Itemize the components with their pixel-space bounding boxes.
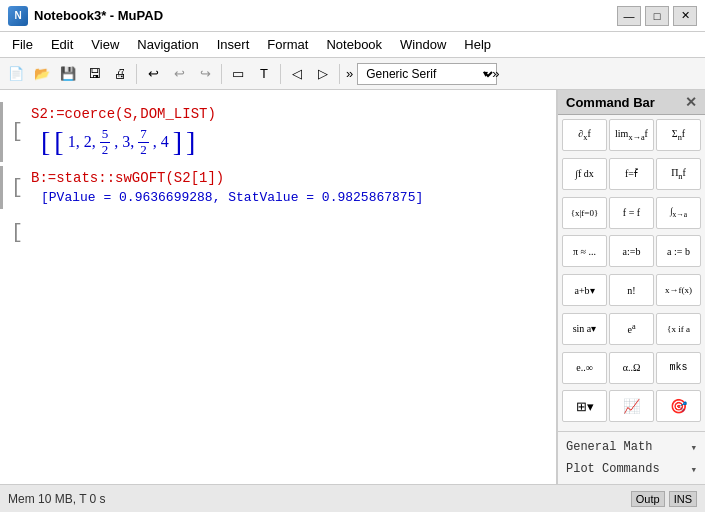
cmd-assign2[interactable]: a := b — [656, 235, 701, 267]
cmd-pwise[interactable]: {x if a — [656, 313, 701, 345]
val-4: 4 — [161, 133, 169, 151]
title-controls: — □ ✕ — [617, 6, 697, 26]
minimize-button[interactable]: — — [617, 6, 641, 26]
toolbar-fwd[interactable]: ▷ — [311, 62, 335, 86]
menu-item-insert[interactable]: Insert — [209, 35, 258, 54]
toolbar-cell[interactable]: ▭ — [226, 62, 250, 86]
cell-2: [ B:=stats::swGOFT(S2[1]) [PValue = 0.96… — [0, 166, 556, 209]
font-select[interactable]: Generic Serif — [357, 63, 497, 85]
main-area: [ S2:=coerce(S,DOM_LIST) [ [ 1, 2, 5 2 ,… — [0, 90, 705, 484]
cmd-matrix[interactable]: ⊞▾ — [562, 390, 607, 422]
menu-item-view[interactable]: View — [83, 35, 127, 54]
toolbar-undo[interactable]: ↩ — [141, 62, 165, 86]
title-left: N Notebook3* - MuPAD — [8, 6, 163, 26]
menu-item-navigation[interactable]: Navigation — [129, 35, 206, 54]
cmd-units[interactable]: mks — [656, 352, 701, 384]
menu-item-window[interactable]: Window — [392, 35, 454, 54]
inner-bracket-right: ] — [173, 126, 182, 158]
section-plot-commands[interactable]: Plot Commands ▾ — [558, 458, 705, 480]
maximize-button[interactable]: □ — [645, 6, 669, 26]
toolbar-open[interactable]: 📂 — [30, 62, 54, 86]
frac-num-2: 7 — [138, 127, 149, 142]
cell-3[interactable]: [ — [0, 213, 556, 253]
toolbar-save[interactable]: 💾 — [56, 62, 80, 86]
menu-item-notebook[interactable]: Notebook — [318, 35, 390, 54]
section-plot-commands-arrow: ▾ — [690, 463, 697, 476]
cmd-other[interactable]: 🎯 — [656, 390, 701, 422]
cmd-integral[interactable]: ∫f dx — [562, 158, 607, 190]
comma-2: , — [153, 133, 157, 151]
close-button[interactable]: ✕ — [673, 6, 697, 26]
section-plot-commands-label: Plot Commands — [566, 462, 660, 476]
cell-bracket-3: [ — [11, 217, 23, 249]
cmd-limit[interactable]: limx→af — [609, 119, 654, 151]
toolbar-redo[interactable]: ↪ — [193, 62, 217, 86]
cell-input-1: S2:=coerce(S,DOM_LIST) — [31, 106, 548, 122]
status-output: Outp — [631, 491, 665, 507]
toolbar-new[interactable]: 📄 — [4, 62, 28, 86]
inner-bracket-left: [ — [54, 126, 63, 158]
app-icon: N — [8, 6, 28, 26]
frac-den-1: 2 — [100, 143, 111, 157]
cmd-intlim[interactable]: ∫x→a — [656, 197, 701, 229]
menu-bar: FileEditViewNavigationInsertFormatNotebo… — [0, 32, 705, 58]
menu-item-edit[interactable]: Edit — [43, 35, 81, 54]
cmd-trig[interactable]: sin a▾ — [562, 313, 607, 345]
section-general-math[interactable]: General Math ▾ — [558, 436, 705, 458]
cell-1: [ S2:=coerce(S,DOM_LIST) [ [ 1, 2, 5 2 ,… — [0, 102, 556, 162]
menu-item-help[interactable]: Help — [456, 35, 499, 54]
cell-content-1: S2:=coerce(S,DOM_LIST) [ [ 1, 2, 5 2 , 3… — [31, 106, 548, 158]
cell-output-1: [ [ 1, 2, 5 2 , 3, 7 2 , 4 ] — [41, 126, 548, 158]
toolbar-sep1 — [136, 64, 137, 84]
menu-item-file[interactable]: File — [4, 35, 41, 54]
menu-item-format[interactable]: Format — [259, 35, 316, 54]
status-mode: INS — [669, 491, 697, 507]
status-left: Mem 10 MB, T 0 s — [8, 492, 106, 506]
cmd-series[interactable]: e..∞ — [562, 352, 607, 384]
toolbar-sep4 — [339, 64, 340, 84]
cmd-plot-icon[interactable]: 📈 — [609, 390, 654, 422]
editor[interactable]: [ S2:=coerce(S,DOM_LIST) [ [ 1, 2, 5 2 ,… — [0, 90, 557, 484]
cmd-range[interactable]: α..Ω — [609, 352, 654, 384]
cmd-set[interactable]: {x|f=0} — [562, 197, 607, 229]
outer-bracket-left: [ — [41, 126, 50, 158]
val-1: 1, — [68, 133, 80, 151]
cmd-arith[interactable]: a+b▾ — [562, 274, 607, 306]
cmd-assign1[interactable]: a:=b — [609, 235, 654, 267]
command-bar-close-button[interactable]: ✕ — [685, 94, 697, 110]
command-sections: General Math ▾ Plot Commands ▾ — [558, 431, 705, 484]
cmd-deriv[interactable]: ∂xf — [562, 119, 607, 151]
title-bar: N Notebook3* - MuPAD — □ ✕ — [0, 0, 705, 32]
toolbar-sep2 — [221, 64, 222, 84]
toolbar-text[interactable]: T — [252, 62, 276, 86]
command-grid: ∂xf limx→af Σnf ∫f dx f=f̂ Πnf {x|f=0} — [558, 115, 705, 431]
cell-content-2: B:=stats::swGOFT(S2[1]) [PValue = 0.9636… — [31, 170, 548, 205]
cell-input-2: B:=stats::swGOFT(S2[1]) — [31, 170, 548, 186]
cmd-lambda[interactable]: x→f(x) — [656, 274, 701, 306]
comma-1: , — [114, 133, 118, 151]
toolbar-more-icon: » — [344, 66, 355, 81]
toolbar-undo2[interactable]: ↩ — [167, 62, 191, 86]
command-bar-header: Command Bar ✕ — [558, 90, 705, 115]
frac-2: 7 2 — [138, 127, 149, 157]
frac-num-1: 5 — [100, 127, 111, 142]
outer-bracket-right: ] — [186, 126, 195, 158]
toolbar-back[interactable]: ◁ — [285, 62, 309, 86]
val-3: 3, — [122, 133, 134, 151]
cmd-sum[interactable]: Σnf — [656, 119, 701, 151]
cmd-prod[interactable]: Πnf — [656, 158, 701, 190]
toolbar: 📄 📂 💾 🖫 🖨 ↩ ↩ ↪ ▭ T ◁ ▷ » Generic Serif … — [0, 58, 705, 90]
cmd-eq[interactable]: f = f — [609, 197, 654, 229]
command-bar: Command Bar ✕ ∂xf limx→af Σnf ∫f dx f=f̂… — [557, 90, 705, 484]
cmd-factorial[interactable]: n! — [609, 274, 654, 306]
cell-output-2: [PValue = 0.9636699288, StatValue = 0.98… — [41, 190, 548, 205]
command-bar-title: Command Bar — [566, 95, 655, 110]
toolbar-print[interactable]: 🖨 — [108, 62, 132, 86]
cmd-exp[interactable]: ea — [609, 313, 654, 345]
status-right: Outp INS — [631, 491, 697, 507]
cmd-pi[interactable]: π ≈ ... — [562, 235, 607, 267]
cmd-approx[interactable]: f=f̂ — [609, 158, 654, 190]
toolbar-save2[interactable]: 🖫 — [82, 62, 106, 86]
cell-bracket-1: [ — [11, 106, 23, 158]
frac-den-2: 2 — [138, 143, 149, 157]
